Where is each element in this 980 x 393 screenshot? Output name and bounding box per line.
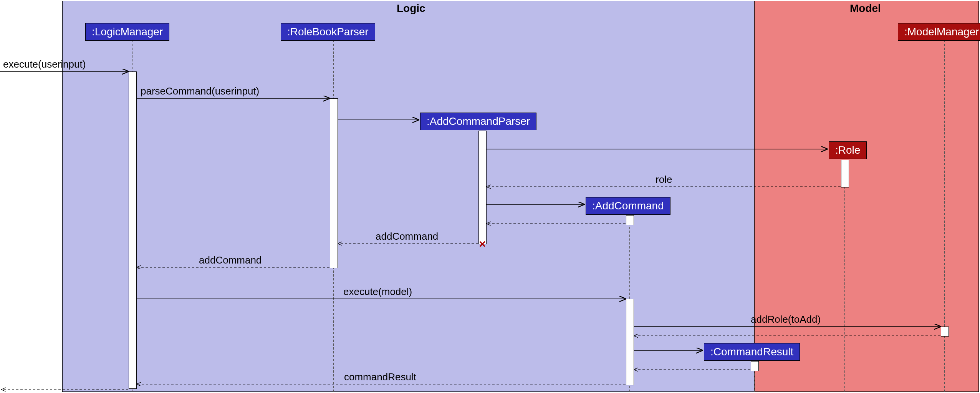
activation-commandresult [751,361,759,371]
msg-execute-userinput: execute(userinput) [3,58,86,70]
sequence-diagram: Logic Model :LogicManager :RoleBookParse… [0,0,980,393]
msg-execute-model: execute(model) [343,286,412,298]
msg-commandresult-return: commandResult [344,371,416,383]
participant-addcommandparser: :AddCommandParser [420,113,536,130]
activation-role [841,160,849,187]
participant-rolebookparser: :RoleBookParser [281,23,375,41]
msg-addcommand-return-1: addCommand [376,230,438,242]
participant-commandresult: :CommandResult [704,343,800,361]
activation-logicmanager [129,71,137,389]
lifeline-modelmanager [944,40,945,392]
msg-parsecommand: parseCommand(userinput) [141,85,259,97]
lifeline-role [844,160,845,392]
activation-modelmanager [941,327,949,337]
activation-addcommand-create [626,215,634,225]
activation-addcommandparser [478,131,487,244]
participant-logicmanager: :LogicManager [85,23,169,41]
region-logic-title: Logic [397,2,425,15]
participant-modelmanager: :ModelManager [898,23,980,41]
destroy-addcommandparser-icon: ✕ [478,239,486,250]
activation-rolebookparser [330,98,338,268]
participant-addcommand: :AddCommand [586,197,670,215]
region-model-title: Model [850,2,881,15]
msg-addrole: addRole(toAdd) [751,313,821,325]
participant-role: :Role [829,141,867,159]
region-logic: Logic [62,1,754,392]
msg-addcommand-return-2: addCommand [199,254,262,266]
activation-addcommand-exec [626,299,634,385]
msg-role-return: role [656,174,672,186]
